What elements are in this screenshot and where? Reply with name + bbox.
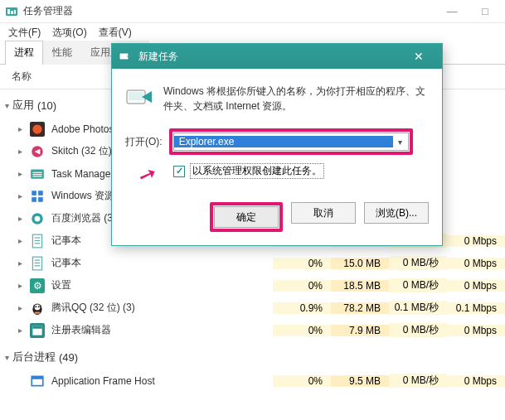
menu-options[interactable]: 选项(O) <box>52 26 86 40</box>
app-frame-icon <box>30 374 45 389</box>
group-apps-count: (10) <box>37 99 56 112</box>
menu-view[interactable]: 查看(V) <box>99 26 132 40</box>
cell-disk: 0 MB/秒 <box>389 374 447 388</box>
task-manager-icon <box>5 5 18 18</box>
ok-button-highlight: 确定 <box>210 202 283 232</box>
admin-checkbox-label[interactable]: 以系统管理权限创建此任务。 <box>190 163 324 179</box>
dialog-titlebar[interactable]: 新建任务 ✕ <box>112 44 442 69</box>
svg-point-15 <box>35 215 41 221</box>
svg-rect-32 <box>32 376 43 379</box>
chevron-down-icon: ▾ <box>5 101 9 110</box>
cell-mem: 9.5 MB <box>331 375 389 387</box>
cell-net: 0 Mbps <box>447 258 505 269</box>
new-task-dialog: 新建任务 ✕ Windows 将根据你所键入的名称，为你打开相应的程序、文件夹、… <box>111 43 443 246</box>
cell-disk: 0.1 MB/秒 <box>389 301 447 315</box>
group-apps-label: 应用 <box>12 98 34 113</box>
close-button[interactable]: ✕ <box>402 45 435 68</box>
cancel-button[interactable]: 取消 <box>291 202 356 224</box>
group-background[interactable]: ▾ 后台进程 (49) <box>0 341 505 369</box>
admin-checkbox[interactable]: ✓ <box>173 166 185 177</box>
svg-rect-17 <box>35 237 41 238</box>
cell-net: 0 Mbps <box>447 375 505 387</box>
svg-rect-7 <box>32 171 41 172</box>
browse-button[interactable]: 浏览(B)... <box>364 202 429 224</box>
table-row[interactable]: ▸ 注册表编辑器 0% 7.9 MB 0 MB/秒 0 Mbps <box>0 319 505 341</box>
tab-processes[interactable]: 进程 <box>5 41 43 65</box>
chevron-down-icon[interactable]: ▾ <box>393 138 408 147</box>
svg-rect-35 <box>129 92 143 100</box>
titlebar: 任务管理器 — □ <box>0 0 505 23</box>
table-row[interactable]: Application Frame Host 0% 9.5 MB 0 MB/秒 … <box>0 369 505 392</box>
group-bg-label: 后台进程 <box>12 350 56 364</box>
row-name: 记事本 <box>51 256 273 270</box>
chevron-right-icon: ▸ <box>18 258 25 268</box>
cell-mem: 15.0 MB <box>331 258 389 269</box>
chevron-right-icon: ▸ <box>18 124 25 133</box>
app-icon <box>30 167 45 181</box>
maximize-button[interactable]: □ <box>469 2 502 22</box>
notepad-icon <box>30 256 45 271</box>
run-large-icon <box>125 84 153 112</box>
chevron-right-icon: ▸ <box>18 236 25 245</box>
svg-rect-21 <box>35 259 41 260</box>
row-name: 设置 <box>51 278 273 292</box>
dialog-description: Windows 将根据你所键入的名称，为你打开相应的程序、文件夹、文档或 Int… <box>163 84 429 113</box>
chevron-right-icon: ▸ <box>18 191 25 200</box>
cell-disk: 0 MB/秒 <box>389 323 447 337</box>
app-icon <box>30 211 45 226</box>
table-row[interactable]: ▸ 记事本 0% 15.0 MB 0 MB/秒 0 Mbps <box>0 252 505 274</box>
chevron-right-icon: ▸ <box>18 214 25 223</box>
svg-rect-8 <box>32 174 41 175</box>
table-row[interactable]: ▸ 腾讯QQ (32 位) (3) 0.9% 78.2 MB 0.1 MB/秒 … <box>0 297 505 319</box>
svg-rect-1 <box>7 9 10 14</box>
chevron-down-icon: ▾ <box>5 353 9 362</box>
qq-icon <box>30 301 45 316</box>
svg-rect-23 <box>35 265 41 266</box>
row-name: 腾讯QQ (32 位) (3) <box>51 301 273 315</box>
svg-rect-13 <box>38 197 43 202</box>
open-input[interactable] <box>174 136 393 147</box>
svg-rect-30 <box>32 326 41 328</box>
row-name: 注册表编辑器 <box>51 323 273 337</box>
chevron-right-icon: ▸ <box>18 303 25 312</box>
cell-cpu: 0% <box>273 325 331 336</box>
ok-button[interactable]: 确定 <box>214 206 279 228</box>
menu-file[interactable]: 文件(F) <box>8 26 41 40</box>
open-label: 打开(O): <box>125 135 163 149</box>
cell-cpu: 0.9% <box>273 302 331 314</box>
app-icon <box>30 189 45 204</box>
annotation-arrow-icon: ➚ <box>134 159 160 190</box>
svg-rect-10 <box>32 191 36 196</box>
cell-net: 0 Mbps <box>447 235 505 247</box>
app-icon <box>30 144 45 159</box>
app-icon <box>30 122 45 137</box>
cell-net: 0.1 Mbps <box>447 302 505 314</box>
svg-rect-22 <box>35 262 41 263</box>
regedit-icon <box>30 323 45 338</box>
chevron-right-icon: ▸ <box>18 169 25 178</box>
window-title: 任务管理器 <box>23 4 435 18</box>
tab-performance[interactable]: 性能 <box>43 41 81 65</box>
svg-rect-11 <box>38 191 43 196</box>
svg-rect-12 <box>32 197 36 202</box>
cell-net: 0 Mbps <box>447 280 505 292</box>
cell-disk: 0 MB/秒 <box>389 278 447 292</box>
open-combobox[interactable]: ▾ <box>173 133 409 151</box>
cell-cpu: 0% <box>273 280 331 292</box>
dialog-title: 新建任务 <box>138 50 402 64</box>
minimize-button[interactable]: — <box>435 2 469 22</box>
table-row[interactable]: ▸ ⚙ 设置 0% 18.5 MB 0 MB/秒 0 Mbps <box>0 274 505 297</box>
cell-disk: 0 MB/秒 <box>389 256 447 270</box>
svg-rect-9 <box>32 176 41 176</box>
svg-rect-3 <box>14 10 16 14</box>
chevron-right-icon: ▸ <box>18 281 25 290</box>
notepad-icon <box>30 234 45 249</box>
open-input-highlight: ▾ <box>169 128 413 155</box>
menubar: 文件(F) 选项(O) 查看(V) <box>0 23 505 41</box>
svg-point-4 <box>32 124 41 133</box>
svg-rect-18 <box>35 239 41 240</box>
svg-rect-2 <box>11 11 13 14</box>
run-icon <box>119 50 132 63</box>
row-name: Application Frame Host <box>51 375 273 387</box>
cell-cpu: 0% <box>273 258 331 269</box>
